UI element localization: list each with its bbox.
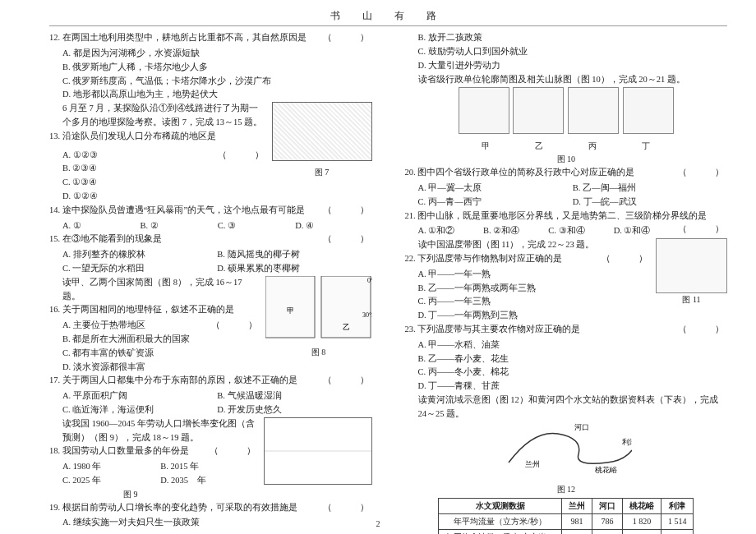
q22-opt-b: B. 乙——一年两熟或两年三熟 — [405, 282, 652, 296]
q18-opt-d: D. 2035 年 — [160, 474, 258, 488]
q20-stem: 20. 图中四个省级行政单位的简称及行政中心对应正确的是 （ ） — [405, 166, 728, 180]
label-ding: 丁 — [642, 140, 650, 153]
hydrology-data-table: 水文观测数据 兰州 河口 桃花峪 利津 年平均流量（立方米/秒） 981 786… — [438, 498, 694, 534]
q23-opt-c: C. 丙——冬小麦、棉花 — [405, 366, 728, 380]
q12-text: 12. 在两国土地利用类型中，耕地所占比重都不高，其自然原因是 — [49, 33, 307, 42]
answer-blank: （ ） — [602, 252, 651, 266]
lead24: 读黄河流域示意图（图 12）和黄河四个水文站的数据资料表（下表），完成 24～2… — [405, 394, 728, 421]
figure-12: 河口 兰州 桃花峪 利津 图 12 — [405, 421, 728, 497]
q18-opt-b: B. 2015 年 — [160, 460, 258, 474]
table-header-row: 水文观测数据 兰州 河口 桃花峪 利津 — [439, 499, 694, 514]
q15-stem: 15. 在③地不能看到的现象是 （ ） — [49, 232, 372, 246]
q22-text: 22. 下列温度带与作物熟制对应正确的是 — [405, 254, 563, 263]
q16-stem: 16. 关于两国相同的地理特征，叙述不正确的是 — [49, 303, 260, 317]
province-outline-jia-icon — [459, 87, 509, 134]
q20-opt-b: B. 乙—闽—福州 — [573, 182, 727, 196]
q17-opt-c: C. 临近海洋，海运便利 — [62, 403, 217, 417]
q17-opt-a: A. 平原面积广阔 — [62, 389, 217, 403]
fig10-caption: 图 10 — [405, 153, 728, 166]
lead13-row: 6 月至 7 月，某探险队沿①到④线路进行了为期一个多月的地理探险考察。读图 7… — [49, 102, 372, 204]
q21-text: 21. 图中山脉，既是重要地形区分界线，又是地势第二、三级阶梯分界线的是 — [405, 211, 708, 220]
q14-stem: 14. 途中探险队员曾遭遇“狂风暴雨”的天气，这个地点最有可能是 （ ） — [49, 204, 372, 218]
answer-blank: （ ） — [210, 444, 259, 458]
th-lanzhou: 兰州 — [561, 499, 592, 514]
q21-options: A. ①和② B. ②和④ C. ③和④ D. ①和④ — [405, 224, 679, 238]
two-column-layout: 12. 在两国土地利用类型中，耕地所占比重都不高，其自然原因是 （ ） A. 都… — [49, 31, 727, 534]
q23-opt-b: B. 乙——春小麦、花生 — [405, 352, 728, 366]
province-outline-yi-icon — [513, 87, 564, 134]
figure-9 — [264, 417, 372, 485]
figure-10: 甲 乙 丙 丁 图 10 — [405, 86, 728, 166]
td-val: 24.8 — [661, 530, 694, 534]
q22-opt-a: A. 甲——一年一熟 — [405, 268, 652, 282]
q19-opt-d: D. 大量引进外劳动力 — [405, 59, 728, 73]
td-val: 6.67 — [592, 530, 622, 534]
q21-opt-d: D. ①和④ — [614, 224, 678, 238]
q17-text: 17. 关于两国人口都集中分布于东南部的原因，叙述不正确的是 — [49, 375, 297, 384]
q19-text: 19. 根据目前劳动人口增长率的变化趋势，可采取的有效措施是 — [49, 503, 297, 512]
q18-opt-c: C. 2025 年 — [62, 474, 160, 488]
figure-8: 甲 0° 30°S 乙 图 8 — [265, 276, 372, 359]
q16-opt-d: D. 淡水资源都很丰富 — [49, 361, 260, 375]
q15-opt-a: A. 排列整齐的橡胶林 — [62, 248, 217, 262]
q19-stem: 19. 根据目前劳动人口增长率的变化趋势，可采取的有效措施是 （ ） — [49, 501, 372, 515]
q20-row1: A. 甲—冀—太原 B. 乙—闽—福州 — [405, 182, 728, 196]
td-val: 1 820 — [622, 514, 661, 530]
fig8-caption: 图 8 — [265, 346, 372, 359]
q22-stem: 22. 下列温度带与作物熟制对应正确的是 （ ） — [405, 252, 652, 266]
q12-stem: 12. 在两国土地利用类型中，耕地所占比重都不高，其自然原因是 （ ） — [49, 31, 372, 45]
q20-row2: C. 丙—青—西宁 D. 丁—皖—武汉 — [405, 196, 728, 209]
line-chart-icon — [264, 417, 372, 485]
svg-text:甲: 甲 — [286, 306, 293, 315]
label-lanzhou: 兰州 — [525, 460, 540, 468]
q22-opt-d: D. 丁——一年两熟到三熟 — [405, 309, 652, 323]
q21-stem: 21. 图中山脉，既是重要地形区分界线，又是地势第二、三级阶梯分界线的是 （ ） — [405, 209, 728, 223]
q20-text: 20. 图中四个省级行政单位的简称及行政中心对应正确的是 — [405, 168, 635, 177]
province-outline-ding-icon — [623, 87, 674, 134]
figure-11: 图 11 — [656, 238, 727, 306]
fig7-caption: 图 7 — [272, 166, 372, 179]
q22-opt-c: C. 丙——一年三熟 — [405, 295, 652, 309]
q15-opt-c: C. 一望无际的水稻田 — [62, 262, 217, 276]
fig9-caption: 图 9 — [49, 488, 259, 501]
td-val: 1 514 — [661, 514, 694, 530]
th-hekou: 河口 — [592, 499, 622, 514]
q12-opt-c: C. 俄罗斯纬度高，气温低；卡塔尔降水少，沙漠广布 — [49, 75, 372, 89]
svg-text:乙: 乙 — [342, 323, 349, 331]
q14-options: A. ① B. ② C. ③ D. ④ — [49, 219, 372, 233]
q18-text: 18. 我国劳动人口数量最多的年份是 — [49, 446, 189, 455]
q14-opt-c: C. ③ — [218, 219, 294, 233]
answer-blank: （ ） — [323, 31, 372, 45]
answer-blank: （ ） — [678, 323, 727, 337]
td-val: 26.6 — [622, 530, 661, 534]
lead22-row: 读中国温度带图（图 11），完成 22～23 题。 22. 下列温度带与作物熟制… — [405, 238, 728, 323]
left-column: 12. 在两国土地利用类型中，耕地所占比重都不高，其自然原因是 （ ） A. 都… — [49, 31, 372, 534]
lead16: 读甲、乙两个国家简图（图 8），完成 16～17 题。 — [49, 276, 260, 304]
figure-7: 图 7 — [272, 102, 372, 179]
q18-row1: A. 1980 年 B. 2015 年 — [49, 460, 259, 474]
page-number: 2 — [376, 518, 380, 531]
q16-opt-b: B. 都是所在大洲面积最大的国家 — [49, 333, 260, 347]
province-outline-bing-icon — [568, 87, 619, 134]
q12-opt-d: D. 地形都以高原山地为主，地势起伏大 — [49, 88, 372, 102]
th-lijin: 利津 — [661, 499, 694, 514]
q18-opt-a: A. 1980 年 — [62, 460, 160, 474]
answer-blank: （ ） — [678, 166, 727, 180]
svg-text:0°: 0° — [367, 277, 372, 284]
q15-opt-b: B. 随风摇曳的椰子树 — [217, 248, 371, 262]
q15-opt-d: D. 硕果累累的枣椰树 — [217, 262, 371, 276]
label-yi: 乙 — [535, 140, 543, 153]
label-bing: 丙 — [588, 140, 597, 153]
q23-opt-d: D. 丁——青稞、甘蔗 — [405, 380, 728, 394]
answer-blank: （ ） — [211, 319, 260, 333]
q18-row2: C. 2025 年 D. 2035 年 — [49, 474, 259, 488]
q19-opt-b: B. 放开二孩政策 — [405, 31, 728, 45]
td-label: 年平均流量（立方米/秒） — [439, 514, 562, 530]
q21-opt-c: C. ③和④ — [548, 224, 612, 238]
q18-stem: 18. 我国劳动人口数量最多的年份是 （ ） — [49, 444, 259, 458]
q14-opt-a: A. ① — [62, 219, 139, 233]
map-asia-icon — [272, 102, 372, 161]
q13-stem: 13. 沿途队员们发现人口分布稀疏的地区是 — [49, 130, 267, 144]
q14-opt-d: D. ④ — [295, 219, 371, 233]
answer-blank: （ ） — [678, 223, 727, 237]
